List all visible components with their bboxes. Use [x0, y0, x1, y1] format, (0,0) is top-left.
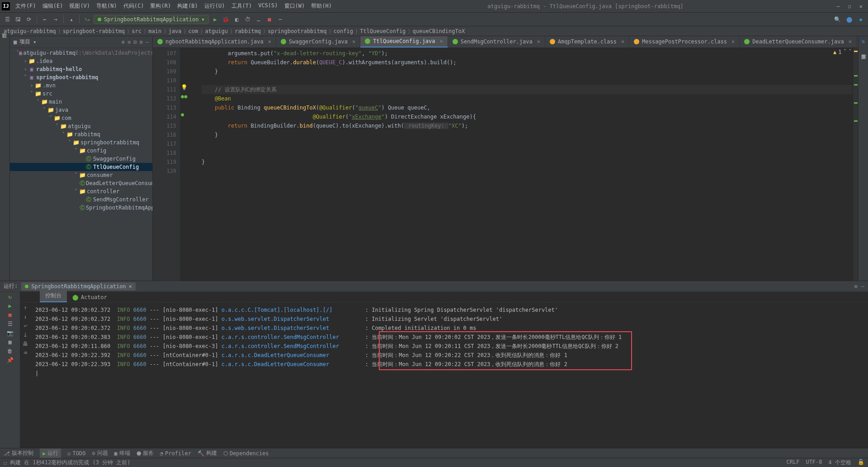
menu-item[interactable]: 窗口(W): [282, 1, 308, 11]
todo-tool-button[interactable]: ☑ TODO: [67, 450, 85, 457]
tree-row[interactable]: ˅📁consumer: [10, 171, 152, 179]
hide-icon[interactable]: —: [861, 283, 864, 290]
deps-tool-button[interactable]: ⬡ Dependencies: [223, 450, 269, 457]
menu-item[interactable]: 导航(N): [94, 1, 120, 11]
menu-item[interactable]: 帮助(H): [308, 1, 335, 11]
open-icon[interactable]: ☰: [3, 15, 12, 24]
indent[interactable]: 4 个空格: [829, 459, 851, 467]
tree-row[interactable]: ˅📁src: [10, 90, 152, 98]
error-stripe[interactable]: [853, 48, 858, 281]
tree-row[interactable]: ›📁.idea: [10, 57, 152, 65]
project-tree[interactable]: ˅▣atguigu-rabbitmq E:\WorkData\IdeaProje…: [10, 48, 152, 281]
more-button[interactable]: ⋯: [276, 15, 285, 24]
settings-icon[interactable]: ⚙: [140, 39, 143, 45]
tree-row[interactable]: ⒸSendMsgController: [10, 195, 152, 204]
status-icon[interactable]: ☐: [4, 460, 7, 466]
project-collapse-icon[interactable]: ▦: [14, 39, 17, 45]
select-opened-icon[interactable]: ⊕: [122, 39, 125, 45]
services-tool-button[interactable]: ⬣ 服务: [137, 449, 154, 457]
tree-row[interactable]: ⒸSpringbootRabbitmqApplication: [10, 204, 152, 212]
vcs-tool-button[interactable]: ⎇ 版本控制: [4, 449, 33, 457]
breadcrumb-item[interactable]: com: [189, 28, 198, 34]
menu-item[interactable]: 文件(F): [13, 1, 39, 11]
updates-icon[interactable]: ⬤: [844, 15, 854, 24]
editor-tab[interactable]: ngbootRabbitmqApplication.java×: [153, 36, 276, 48]
breadcrumb-item[interactable]: queueCBindingToX: [413, 28, 465, 34]
close-icon[interactable]: ×: [440, 38, 443, 44]
menu-item[interactable]: 重构(R): [147, 1, 174, 11]
tree-row[interactable]: ›📁.mvn: [10, 81, 152, 90]
ide-icon[interactable]: ◆: [856, 15, 865, 24]
menu-item[interactable]: 运行(U): [202, 1, 228, 11]
coverage-button[interactable]: ◧: [232, 15, 241, 24]
tree-row[interactable]: ˅📁config: [10, 147, 152, 155]
search-icon[interactable]: 🔍: [833, 15, 842, 24]
dump-button[interactable]: ☰: [8, 321, 13, 327]
encoding[interactable]: UTF-8: [806, 459, 822, 467]
layout-icon[interactable]: ▦: [8, 339, 11, 345]
editor-tab[interactable]: SendMsgController.java×: [448, 36, 545, 48]
close-icon[interactable]: ×: [537, 38, 540, 45]
back-icon[interactable]: ←: [40, 15, 49, 24]
camera-icon[interactable]: 📷: [7, 330, 14, 336]
chevron-down-icon[interactable]: ▾: [33, 39, 36, 45]
save-icon[interactable]: 🖫: [14, 15, 23, 24]
breadcrumb-item[interactable]: TtlQueueConfig: [360, 28, 406, 34]
run-button[interactable]: ▶: [211, 15, 220, 24]
readonly-icon[interactable]: 🔓: [858, 459, 864, 467]
editor-tab[interactable]: TtlQueueConfig.java×: [360, 36, 448, 48]
editor-tab[interactable]: SwaggerConfig.java×: [276, 36, 360, 48]
tree-row[interactable]: ⒸDeadLetterQueueConsumer: [10, 179, 152, 187]
console-output[interactable]: 2023-06-12 09:20:02.372 INFO 6660 --- [n…: [31, 303, 868, 448]
expand-icon[interactable]: ≡: [127, 39, 131, 45]
run-config-selector[interactable]: SpringbootRabbitmqApplication ▾: [94, 15, 209, 24]
minimize-button[interactable]: —: [836, 3, 840, 10]
tree-row[interactable]: ›▣rabbitmq-hello: [10, 65, 152, 73]
stop-button[interactable]: ■: [265, 15, 274, 24]
tree-row[interactable]: ˅📁springbootrabbitmq: [10, 138, 152, 147]
tree-row[interactable]: ⒸSwaggerConfig: [10, 155, 152, 163]
attach-button[interactable]: …: [254, 15, 263, 24]
profile-button[interactable]: ⏱: [243, 15, 252, 24]
close-icon[interactable]: ×: [268, 38, 271, 45]
print-icon[interactable]: 🖶: [23, 341, 28, 347]
problems-tool-button[interactable]: ⊘ 问题: [92, 449, 108, 457]
breadcrumb-item[interactable]: atguigu-rabbitmq: [4, 28, 56, 34]
run-button[interactable]: ▶: [8, 303, 11, 309]
settings-icon[interactable]: ⚙: [854, 283, 858, 290]
up-icon[interactable]: ↑: [24, 305, 27, 311]
breadcrumb-item[interactable]: atguigu: [205, 28, 228, 34]
tree-row[interactable]: ˅▣springboot-rabbitmq: [10, 73, 152, 81]
editor-tab[interactable]: MessagePostProcessor.class×: [629, 36, 740, 48]
pin-icon[interactable]: 📌: [7, 357, 14, 363]
menu-item[interactable]: 编辑(E): [40, 1, 66, 11]
debug-button[interactable]: 🐞: [222, 15, 231, 24]
actuator-tab[interactable]: ⬤Actuator: [67, 292, 113, 302]
editor-tab[interactable]: DeadLetterQueueConsumer.java×: [740, 36, 857, 48]
editor-tab[interactable]: AmqpTemplate.class×: [545, 36, 629, 48]
breadcrumb-item[interactable]: java: [168, 28, 181, 34]
tree-row[interactable]: ˅📁atguigu: [10, 122, 152, 130]
project-tool-tab[interactable]: 项目: [0, 38, 9, 45]
down-icon[interactable]: ↓: [24, 314, 27, 320]
breadcrumb-item[interactable]: rabbitmq: [235, 28, 261, 34]
menu-item[interactable]: 代码(C): [121, 1, 147, 11]
breadcrumb-item[interactable]: springbootrabbitmq: [268, 28, 326, 34]
database-tool-tab[interactable]: 数据库: [859, 47, 868, 54]
close-icon[interactable]: ×: [621, 38, 624, 45]
maximize-button[interactable]: ☐: [848, 3, 851, 10]
close-icon[interactable]: ×: [129, 283, 132, 290]
forward-icon[interactable]: →: [51, 15, 60, 24]
profiler-tool-button[interactable]: ◔ Profiler: [160, 450, 191, 457]
code-editor[interactable]: arguments.put("x-dead-letter-routing-key…: [180, 48, 853, 281]
tree-row[interactable]: ˅▣atguigu-rabbitmq E:\WorkData\IdeaProje…: [10, 49, 152, 57]
stop-button[interactable]: ■: [8, 312, 11, 318]
refresh-icon[interactable]: ⟳: [24, 15, 33, 24]
run-tab[interactable]: SpringbootRabbitmqApplication ×: [21, 282, 136, 291]
rerun-button[interactable]: ↻: [8, 294, 11, 300]
terminal-tool-button[interactable]: ▣ 终端: [114, 449, 130, 457]
close-icon[interactable]: ×: [352, 38, 355, 45]
run-tool-button[interactable]: ▶ 运行: [40, 448, 61, 458]
clear-icon[interactable]: ⌫: [24, 350, 27, 356]
close-icon[interactable]: ×: [731, 38, 735, 45]
